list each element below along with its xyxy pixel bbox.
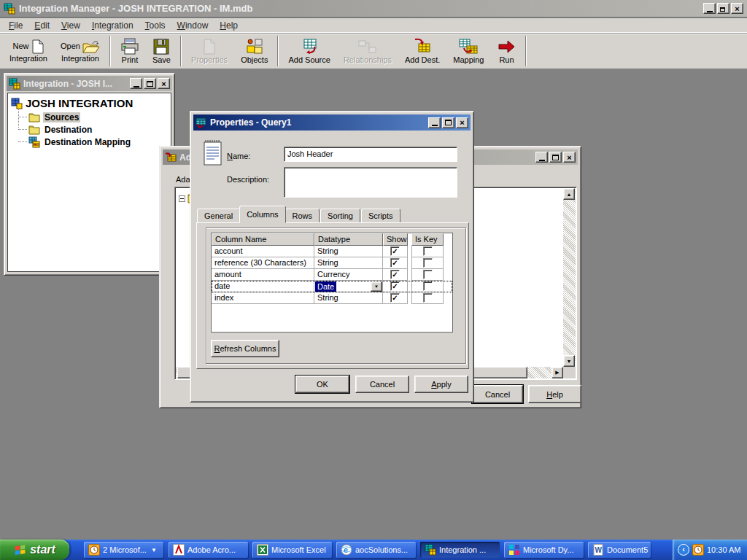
- print-button[interactable]: Print: [114, 34, 146, 69]
- run-button[interactable]: Run: [490, 34, 522, 69]
- add-source-button[interactable]: Add Source: [282, 34, 336, 69]
- minimize-button[interactable]: [535, 152, 548, 163]
- tree-item-label: Sources: [43, 112, 80, 122]
- system-tray: ‹ 10:30 AM: [673, 540, 747, 560]
- table-row-amount[interactable]: amount Currency ✓: [212, 269, 452, 281]
- table-row-date[interactable]: date Date ▼ ✓: [212, 281, 452, 292]
- table-row-account[interactable]: account String ✓: [212, 246, 452, 257]
- menu-help[interactable]: Help: [214, 18, 244, 33]
- print-icon: [120, 38, 139, 55]
- maximize-button[interactable]: [144, 78, 156, 89]
- name-input[interactable]: Josh Header: [284, 147, 457, 162]
- description-input[interactable]: [284, 167, 457, 198]
- iskey-checkbox[interactable]: [423, 270, 433, 279]
- properties-button: Properties: [185, 34, 234, 69]
- iskey-checkbox[interactable]: [423, 246, 433, 256]
- objects-button[interactable]: Objects: [234, 34, 274, 69]
- description-label: Description:: [227, 175, 269, 184]
- properties-dialog-title-bar[interactable]: Properties - Query1 ×: [193, 114, 471, 131]
- show-checkbox[interactable]: ✓: [390, 246, 400, 256]
- iskey-checkbox[interactable]: [423, 293, 433, 303]
- tree-expand-icon[interactable]: [179, 195, 185, 202]
- integration-manager-app-icon: [4, 3, 15, 15]
- menu-tools[interactable]: Tools: [139, 18, 171, 33]
- minimize-button[interactable]: [703, 3, 716, 14]
- adapter-cancel-button[interactable]: Cancel: [472, 385, 523, 403]
- menu-view[interactable]: View: [55, 18, 86, 33]
- column-header-datatype[interactable]: Datatype: [314, 233, 383, 246]
- open-folder-icon: [82, 39, 100, 54]
- tab-strip: General Columns Rows Sorting Scripts: [197, 206, 401, 223]
- add-dest-button[interactable]: Add Dest.: [398, 34, 446, 69]
- integration-window-title-bar[interactable]: Integration - JOSH I... ×: [7, 76, 172, 91]
- close-button[interactable]: ×: [456, 117, 468, 128]
- maximize-button[interactable]: [549, 152, 562, 163]
- close-button[interactable]: ×: [158, 78, 170, 89]
- adapter-help-button[interactable]: Help: [528, 385, 581, 403]
- vertical-scrollbar[interactable]: ▲ ▼: [563, 188, 576, 367]
- task-button-aocsolutions[interactable]: e aocSolutions...: [336, 542, 416, 558]
- add-source-icon: [300, 38, 319, 55]
- tab-sorting[interactable]: Sorting: [320, 209, 360, 223]
- datatype-combobox[interactable]: Date ▼: [314, 281, 383, 292]
- iskey-checkbox[interactable]: [423, 281, 433, 291]
- minimize-button[interactable]: [130, 78, 142, 89]
- menu-integration[interactable]: Integration: [86, 18, 139, 33]
- maximize-button[interactable]: [442, 117, 454, 128]
- menu-edit[interactable]: Edit: [28, 18, 55, 33]
- close-button[interactable]: ×: [731, 3, 743, 14]
- scroll-right-icon[interactable]: ▶: [551, 367, 563, 378]
- mapping-button[interactable]: Mapping: [446, 34, 490, 69]
- table-row-index[interactable]: index String ✓: [212, 292, 452, 304]
- column-header-show[interactable]: Show: [383, 233, 408, 246]
- task-button-adobe[interactable]: Adobe Acro...: [169, 542, 248, 558]
- tree-root-node[interactable]: JOSH INTEGRATION: [8, 93, 171, 111]
- tab-general[interactable]: General: [197, 209, 240, 223]
- scroll-down-icon[interactable]: ▼: [563, 355, 575, 367]
- menu-file[interactable]: File: [3, 18, 28, 33]
- restore-button[interactable]: [717, 3, 729, 14]
- show-checkbox[interactable]: ✓: [390, 281, 400, 291]
- save-button[interactable]: Save: [146, 34, 177, 69]
- show-checkbox[interactable]: ✓: [390, 293, 400, 303]
- scroll-up-icon[interactable]: ▲: [563, 188, 575, 200]
- task-button-dynamics[interactable]: Microsoft Dy...: [504, 542, 584, 558]
- notepad-icon: [203, 139, 223, 166]
- tray-clock[interactable]: 10:30 AM: [707, 545, 740, 554]
- objects-icon: [245, 38, 264, 55]
- clock-icon[interactable]: [692, 544, 704, 556]
- column-header-name[interactable]: Column Name: [212, 233, 314, 246]
- task-button-microsoft-group[interactable]: 2 Microsof... ▼: [84, 542, 163, 558]
- iskey-checkbox[interactable]: [423, 258, 433, 268]
- ok-button[interactable]: OK: [295, 376, 349, 393]
- task-button-integration[interactable]: Integration ...: [420, 542, 500, 558]
- apply-button[interactable]: Apply: [414, 376, 468, 393]
- chevron-left-icon[interactable]: ‹: [678, 544, 689, 556]
- properties-dialog-title: Properties - Query1: [210, 117, 291, 128]
- tab-rows[interactable]: Rows: [285, 209, 320, 223]
- relationships-icon: [357, 38, 378, 55]
- show-checkbox[interactable]: ✓: [390, 258, 400, 268]
- column-header-iskey[interactable]: Is Key: [411, 233, 444, 246]
- tree-item-destination[interactable]: Destination: [18, 123, 171, 136]
- table-row-reference[interactable]: reference (30 Characters) String ✓: [212, 257, 452, 269]
- tree-item-destination-mapping[interactable]: Destination Mapping: [18, 136, 171, 148]
- tree-item-sources[interactable]: Sources: [18, 111, 171, 123]
- main-window-title: Integration Manager - JOSH INTEGRATION -…: [19, 3, 252, 14]
- properties-icon: [201, 38, 217, 55]
- show-checkbox[interactable]: ✓: [390, 270, 400, 279]
- task-button-excel[interactable]: Microsoft Excel: [252, 542, 332, 558]
- new-integration-button[interactable]: New Integration: [3, 34, 54, 69]
- start-button[interactable]: start: [0, 540, 69, 560]
- cancel-button[interactable]: Cancel: [355, 376, 409, 393]
- close-button[interactable]: ×: [563, 152, 576, 163]
- chevron-down-icon[interactable]: ▼: [371, 281, 382, 292]
- toolbar-separator: [109, 36, 111, 66]
- minimize-button[interactable]: [428, 117, 441, 128]
- refresh-columns-button[interactable]: Refresh Columns: [211, 340, 279, 357]
- tab-columns[interactable]: Columns: [239, 206, 285, 223]
- tab-scripts[interactable]: Scripts: [361, 209, 400, 223]
- menu-window[interactable]: Window: [171, 18, 214, 33]
- open-integration-button[interactable]: Open Integration: [54, 34, 107, 69]
- task-button-document5[interactable]: W Document5 ...: [588, 542, 651, 558]
